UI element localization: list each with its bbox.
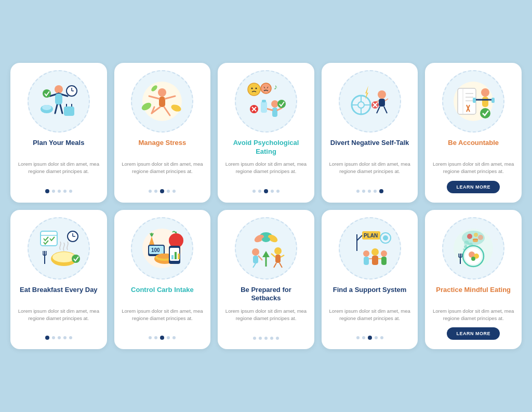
dot	[356, 190, 360, 193]
svg-rect-130	[364, 257, 369, 265]
svg-point-154	[467, 234, 472, 239]
dot	[264, 337, 268, 340]
svg-point-141	[464, 241, 469, 246]
card-body-control-carb: Lorem ipsum dolor sit dim amet, mea regi…	[122, 308, 204, 331]
card-divert-neg: Divert Negative Self-Talk Lorem ipsum do…	[322, 63, 418, 203]
dot	[52, 336, 55, 339]
dot	[45, 189, 49, 193]
svg-point-30	[255, 88, 257, 89]
svg-rect-74	[491, 98, 495, 103]
card-title-be-prepared: Be Prepared for Setbacks	[225, 286, 307, 303]
dot	[172, 336, 176, 339]
card-title-manage-stress: Manage Stress	[139, 139, 187, 156]
dot	[264, 189, 268, 193]
svg-rect-36	[272, 108, 277, 117]
icon-divert-neg	[339, 70, 401, 132]
card-title-avoid-psych: Avoid Psychological Eating	[225, 139, 307, 156]
icon-plan-meals	[28, 70, 90, 132]
svg-point-138	[383, 235, 388, 241]
svg-point-133	[381, 250, 387, 257]
svg-point-70	[481, 88, 489, 97]
svg-rect-18	[159, 97, 165, 107]
icon-control-carb: 100	[131, 217, 193, 280]
dots-plan-meals	[45, 189, 72, 193]
card-be-accountable: Be Accountable Lorem ipsum dolor sit dim…	[425, 63, 522, 203]
dot	[379, 189, 383, 193]
icon-eat-breakfast	[28, 217, 90, 280]
dot	[368, 190, 371, 193]
dot	[154, 190, 157, 193]
svg-text:♪: ♪	[274, 83, 277, 91]
dot	[52, 190, 55, 193]
dots-control-carb	[149, 336, 176, 340]
dot	[276, 337, 279, 340]
svg-point-118	[274, 247, 282, 255]
svg-point-80	[52, 252, 75, 262]
card-title-eat-breakfast: Eat Breakfast Every Day	[20, 286, 98, 303]
dot	[258, 190, 261, 193]
card-body-mindful-eating: Lorem ipsum dolor sit dim amet, mea regi…	[432, 308, 514, 323]
svg-rect-73	[473, 98, 476, 103]
icon-avoid-psych: ♪	[235, 70, 297, 132]
svg-point-149	[463, 248, 465, 250]
svg-rect-13	[64, 107, 74, 116]
dot	[356, 336, 360, 339]
dot	[259, 337, 262, 340]
svg-point-131	[371, 248, 379, 256]
dot	[167, 190, 170, 193]
dot	[149, 190, 152, 193]
dot	[270, 337, 273, 340]
card-eat-breakfast: Eat Breakfast Every Day Lorem ipsum dolo…	[10, 210, 107, 350]
svg-point-155	[474, 233, 478, 237]
svg-rect-119	[275, 255, 281, 263]
svg-point-39	[277, 100, 286, 108]
svg-point-84	[72, 255, 80, 263]
card-be-prepared: Be Prepared for Setbacks Lorem ipsum dol…	[218, 210, 314, 350]
dot	[362, 190, 365, 193]
card-body-avoid-psych: Lorem ipsum dolor sit dim amet, mea regi…	[225, 161, 307, 184]
svg-text:PLAN: PLAN	[364, 233, 378, 238]
dot	[160, 189, 164, 193]
dot	[252, 190, 256, 193]
dot	[167, 336, 170, 339]
learn-more-button-mindful[interactable]: LEARN MORE	[447, 327, 500, 340]
card-body-be-prepared: Lorem ipsum dolor sit dim amet, mea regi…	[225, 308, 307, 332]
svg-point-75	[480, 108, 490, 118]
svg-point-35	[271, 100, 278, 108]
svg-line-123	[280, 263, 282, 268]
learn-more-button-accountable[interactable]: LEARN MORE	[447, 181, 500, 193]
dot	[63, 190, 66, 193]
card-plan-meals: Plan Your Meals Lorem ipsum dolor sit di…	[10, 63, 107, 203]
dot	[276, 190, 280, 193]
card-avoid-psych: ♪ Avoid Psychological Eating Lorem ipsum…	[218, 63, 314, 203]
dots-divert-neg	[356, 189, 383, 193]
card-title-find-support: Find a Support System	[333, 286, 407, 303]
svg-rect-104	[171, 255, 174, 259]
icon-mindful-eating	[442, 217, 504, 280]
card-body-be-accountable: Lorem ipsum dolor sit dim amet, mea regi…	[432, 161, 514, 176]
card-body-eat-breakfast: Lorem ipsum dolor sit dim amet, mea regi…	[18, 308, 100, 331]
icon-be-prepared	[235, 217, 297, 280]
icon-be-accountable	[442, 70, 504, 132]
card-body-manage-stress: Lorem ipsum dolor sit dim amet, mea regi…	[122, 161, 204, 184]
svg-point-148	[464, 245, 467, 248]
svg-text:100: 100	[151, 247, 160, 253]
dot	[58, 336, 61, 339]
card-mindful-eating: Practice Mindful Eating Lorem ipsum dolo…	[425, 210, 522, 350]
svg-rect-106	[178, 254, 180, 259]
svg-rect-4	[55, 94, 62, 105]
svg-rect-132	[372, 256, 378, 265]
svg-rect-44	[262, 100, 266, 102]
card-title-be-accountable: Be Accountable	[448, 139, 499, 156]
dot	[380, 336, 383, 339]
card-find-support: PLAN Find a S	[322, 210, 418, 350]
card-body-divert-neg: Lorem ipsum dolor sit dim amet, mea regi…	[329, 161, 411, 184]
svg-point-112	[252, 248, 259, 256]
card-title-plan-meals: Plan Your Meals	[33, 139, 84, 156]
dot	[374, 190, 377, 193]
svg-point-96	[169, 233, 183, 248]
dot	[69, 190, 72, 193]
dot	[362, 336, 365, 339]
dot	[45, 336, 49, 340]
svg-rect-71	[482, 97, 488, 107]
